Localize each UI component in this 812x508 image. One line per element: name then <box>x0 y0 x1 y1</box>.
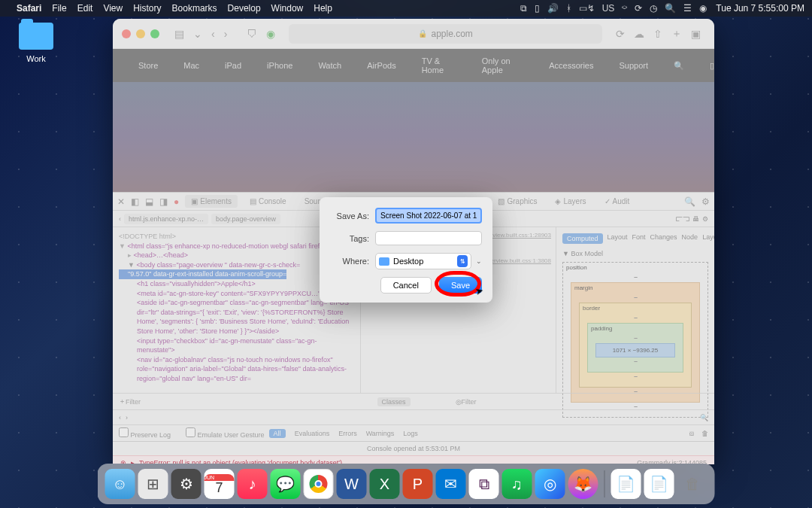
menu-view[interactable]: View <box>103 3 123 14</box>
folder-label: Work <box>14 54 59 63</box>
wifi-icon[interactable]: ⌔ <box>622 3 627 14</box>
desktop-folder-work[interactable]: Work <box>14 23 59 63</box>
clock-icon[interactable]: ◷ <box>650 3 657 14</box>
battery-icon[interactable]: ▭↯ <box>579 3 595 14</box>
dock-settings[interactable]: ⚙ <box>171 469 201 499</box>
menu-file[interactable]: File <box>52 3 66 14</box>
dock-safari[interactable]: ◎ <box>535 469 565 499</box>
select-arrows-icon: ⇅ <box>457 255 468 267</box>
menu-help[interactable]: Help <box>314 3 332 14</box>
where-value: Desktop <box>393 257 423 266</box>
dock-chrome[interactable] <box>304 469 334 499</box>
folder-icon <box>379 257 389 266</box>
dock-spotify[interactable]: ♫ <box>502 469 532 499</box>
phone-icon[interactable]: ▯ <box>535 3 540 14</box>
dock-powerpoint[interactable]: P <box>403 469 433 499</box>
tags-input[interactable] <box>375 231 482 245</box>
menu-edit[interactable]: Edit <box>77 3 93 14</box>
menu-window[interactable]: Window <box>271 3 304 14</box>
volume-icon[interactable]: 🔊 <box>547 3 559 14</box>
dock-screenshot[interactable]: 📄 <box>644 469 674 499</box>
save-as-input[interactable] <box>375 208 482 224</box>
cancel-button[interactable]: Cancel <box>380 277 432 294</box>
dock-trash[interactable]: 🗑 <box>677 469 707 499</box>
save-dialog: Save As: Tags: Where: Desktop ⇅ ⌄ Cancel… <box>320 197 492 303</box>
save-button[interactable]: Save ➤ <box>439 277 482 294</box>
siri-icon[interactable]: ◉ <box>699 3 707 14</box>
where-select[interactable]: Desktop ⇅ <box>375 253 471 269</box>
dock-divider <box>604 470 605 497</box>
menubar: Safari File Edit View History Bookmarks … <box>0 0 812 17</box>
dock-finder[interactable]: ☺ <box>105 469 135 499</box>
dock: ☺ ⊞ ⚙ JUN7 ♪ 💬 W X P ✉ ⧉ ♫ ◎ 🦊 📄 📄 🗑 <box>98 464 715 504</box>
bluetooth-icon[interactable]: ᚼ <box>566 3 571 14</box>
dock-firefox[interactable]: 🦊 <box>568 469 598 499</box>
dock-launchpad[interactable]: ⊞ <box>138 469 168 499</box>
expand-dialog-icon[interactable]: ⌄ <box>476 257 482 265</box>
dropbox-icon[interactable]: ⧉ <box>520 3 527 14</box>
dock-word[interactable]: W <box>337 469 367 499</box>
dock-outlook[interactable]: ✉ <box>436 469 466 499</box>
dock-slack[interactable]: ⧉ <box>469 469 499 499</box>
input-source-icon[interactable]: US <box>602 3 615 14</box>
tags-label: Tags: <box>330 234 369 243</box>
menubar-clock[interactable]: Tue Jun 7 5:55:00 PM <box>716 3 804 14</box>
folder-icon <box>19 23 53 50</box>
dock-document[interactable]: 📄 <box>611 469 641 499</box>
menu-develop[interactable]: Develop <box>228 3 261 14</box>
control-center-icon[interactable]: ☰ <box>683 3 692 14</box>
save-as-label: Save As: <box>330 211 369 221</box>
dock-calendar[interactable]: JUN7 <box>205 469 235 499</box>
cursor-icon: ➤ <box>474 284 485 297</box>
dock-excel[interactable]: X <box>370 469 400 499</box>
search-icon[interactable]: 🔍 <box>665 3 676 14</box>
sync-icon[interactable]: ⟳ <box>635 3 642 14</box>
menu-bookmarks[interactable]: Bookmarks <box>172 3 217 14</box>
app-name[interactable]: Safari <box>17 3 41 14</box>
dock-music[interactable]: ♪ <box>238 469 268 499</box>
dock-messages[interactable]: 💬 <box>271 469 301 499</box>
where-label: Where: <box>330 257 369 266</box>
menu-history[interactable]: History <box>133 3 161 14</box>
